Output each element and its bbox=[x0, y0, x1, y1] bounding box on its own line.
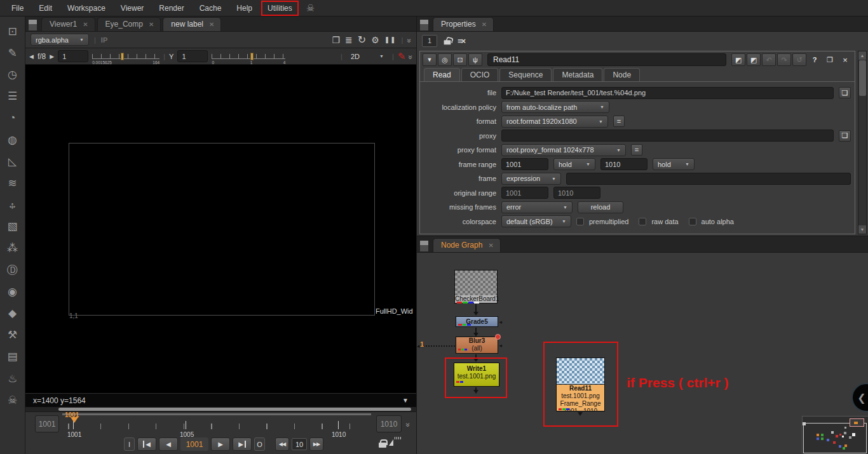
close-icon[interactable]: ✕ bbox=[488, 242, 493, 249]
missing-frames-dropdown[interactable]: error▼ bbox=[501, 201, 573, 213]
step-back-button[interactable]: ◀◀ bbox=[275, 437, 289, 451]
monitor-icon[interactable]: ⊡ bbox=[453, 53, 467, 66]
file-browse-button[interactable]: ❏ bbox=[839, 87, 851, 98]
menu-viewer[interactable]: Viewer bbox=[113, 1, 151, 16]
menu-help[interactable]: Help bbox=[229, 1, 260, 16]
proxy-path-input[interactable] bbox=[501, 130, 834, 142]
auto-alpha-checkbox[interactable] bbox=[689, 218, 696, 225]
format-dropdown[interactable]: root.format 1920x1080▼ bbox=[501, 116, 608, 128]
proxy-format-equals-button[interactable]: = bbox=[631, 144, 642, 156]
proxy-format-dropdown[interactable]: root.proxy_format 1024x778▼ bbox=[501, 144, 626, 156]
scrollbar-thumb[interactable] bbox=[859, 60, 866, 96]
node-name-input[interactable]: Read11 bbox=[487, 53, 726, 66]
scroll-down-icon[interactable]: ▼ bbox=[858, 225, 866, 234]
node-blur3[interactable]: Blur3 (all) ◂ bbox=[456, 337, 498, 354]
metadata-tool-button[interactable]: ◆ bbox=[2, 302, 24, 324]
node-color-icon[interactable]: ◎ bbox=[438, 53, 452, 66]
reload-button[interactable]: reload bbox=[578, 201, 623, 213]
3d-tool-button[interactable]: ▧ bbox=[2, 216, 24, 237]
menu-file[interactable]: File bbox=[4, 1, 31, 16]
localization-policy-dropdown[interactable]: from auto-localize path▼ bbox=[501, 101, 609, 113]
other-tool-button[interactable]: ⚒ bbox=[2, 324, 24, 346]
sync-icon[interactable]: ↻ bbox=[358, 36, 366, 44]
prev-keyframe-button[interactable]: ◀ bbox=[137, 437, 156, 451]
help-button[interactable]: ? bbox=[808, 53, 822, 66]
gamma-slider[interactable]: 014 bbox=[212, 52, 285, 61]
tab-read[interactable]: Read bbox=[424, 68, 460, 81]
float-panel-icon[interactable]: ❐ bbox=[823, 53, 837, 66]
playhead-marker[interactable] bbox=[71, 417, 78, 427]
set-in-button[interactable]: I bbox=[124, 437, 135, 451]
undo-icon[interactable]: ↶ bbox=[762, 53, 776, 66]
revert-icon[interactable]: ↺ bbox=[792, 53, 806, 66]
frame-expression-input[interactable] bbox=[566, 173, 851, 185]
node-read11[interactable]: Read11 test.1001.png Frame_Range 1001 - … bbox=[556, 357, 605, 411]
node-graph-canvas[interactable]: ◂ 1 CheckerBoard1 Grade5 ◂ Blur3 (all) ◂ bbox=[417, 253, 868, 454]
skull-menu-icon[interactable]: ☠ bbox=[306, 3, 315, 14]
wipe-pen-icon[interactable]: ✎ bbox=[398, 51, 406, 62]
roi-gear-icon[interactable]: ⚙ bbox=[371, 36, 379, 44]
menu-workspace[interactable]: Workspace bbox=[60, 1, 113, 16]
tab-sequence[interactable]: Sequence bbox=[499, 68, 552, 81]
tab-viewer1[interactable]: Viewer1✕ bbox=[41, 17, 95, 31]
gain-slider-thumb[interactable] bbox=[121, 53, 124, 60]
keyer-tool-button[interactable]: ◺ bbox=[2, 150, 24, 172]
pane-menu-icon[interactable] bbox=[420, 20, 428, 30]
filter-tool-button[interactable]: ◍ bbox=[2, 129, 24, 150]
proxy-browse-button[interactable]: ❏ bbox=[839, 130, 851, 142]
furnace-tool-button[interactable]: ♨ bbox=[2, 368, 24, 389]
frame-range-start-mode-dropdown[interactable]: hold▼ bbox=[553, 158, 595, 170]
scroll-up-icon[interactable]: ▲ bbox=[858, 51, 866, 60]
custom-tool-button[interactable]: ☠ bbox=[2, 389, 24, 411]
pane-menu-icon[interactable] bbox=[29, 20, 37, 30]
timeline-scroll-strip[interactable] bbox=[62, 413, 371, 415]
close-all-panels-icon[interactable]: ≡× bbox=[458, 36, 465, 46]
menu-render[interactable]: Render bbox=[151, 1, 191, 16]
frame-mode-dropdown[interactable]: expression▼ bbox=[501, 173, 561, 185]
play-backward-button[interactable]: ◀ bbox=[159, 437, 178, 451]
draw-tool-button[interactable]: ✎ bbox=[2, 42, 24, 63]
split-layout-icon[interactable]: ◩ bbox=[747, 53, 761, 66]
file-path-input[interactable]: F:/Nuke_test Render/test_001/test.%04d.p… bbox=[501, 87, 834, 99]
status-dropdown-icon[interactable]: ▼ bbox=[402, 397, 409, 404]
viewer-horizontal-scrollbar[interactable] bbox=[25, 407, 416, 411]
max-panels-input[interactable]: 1 bbox=[422, 35, 437, 47]
step-forward-button[interactable]: ▶▶ bbox=[309, 437, 323, 451]
split-layout-icon[interactable]: ◩ bbox=[731, 53, 745, 66]
tab-ocio[interactable]: OCIO bbox=[461, 68, 499, 81]
frame-range-end-mode-dropdown[interactable]: hold▼ bbox=[653, 158, 695, 170]
merge-tool-button[interactable]: ≋ bbox=[2, 172, 24, 194]
node-write1[interactable]: Write1 test.1001.png bbox=[454, 363, 499, 387]
view-mode-dropdown[interactable]: 2D▼ bbox=[346, 50, 388, 62]
transform-tool-button[interactable]: ↔↕ bbox=[2, 194, 24, 216]
tab-node-graph[interactable]: Node Graph✕ bbox=[433, 238, 501, 252]
play-forward-button[interactable]: ▶ bbox=[211, 437, 230, 451]
tab-properties[interactable]: Properties✕ bbox=[433, 17, 494, 31]
channel-tool-button[interactable]: ☰ bbox=[2, 86, 24, 107]
original-range-start[interactable]: 1001 bbox=[501, 187, 548, 199]
close-icon[interactable]: ✕ bbox=[83, 21, 88, 28]
collapse-triangle-icon[interactable]: ▼ bbox=[423, 53, 437, 66]
wrench-icon[interactable]: ψ bbox=[468, 53, 482, 66]
tab-node[interactable]: Node bbox=[604, 68, 640, 81]
frame-step-input[interactable]: 10 bbox=[292, 438, 307, 450]
range-start-input[interactable]: 1001 bbox=[35, 415, 59, 432]
properties-scrollbar[interactable]: ▲ ▼ bbox=[858, 51, 867, 234]
particles-tool-button[interactable]: ⁂ bbox=[2, 237, 24, 259]
tab-metadata[interactable]: Metadata bbox=[553, 68, 602, 81]
channel-select-dropdown[interactable]: rgba.alpha▼ bbox=[31, 34, 89, 46]
gain-slider[interactable]: 0.0015625164 bbox=[92, 52, 159, 61]
image-tool-button[interactable]: ⊡ bbox=[2, 20, 24, 42]
views-tool-button[interactable]: ◉ bbox=[2, 281, 24, 302]
time-tool-button[interactable]: ◷ bbox=[2, 63, 24, 85]
deep-tool-button[interactable]: Ⓓ bbox=[2, 259, 24, 281]
node-grade5[interactable]: Grade5 ◂ bbox=[456, 316, 498, 327]
raw-data-checkbox[interactable] bbox=[639, 218, 646, 225]
more-tools-chevron-icon[interactable]: » bbox=[405, 38, 414, 41]
range-end-input[interactable]: 1010 bbox=[376, 415, 402, 432]
frame-range-start-input[interactable]: 1001 bbox=[501, 158, 548, 170]
toolsets-button[interactable]: ▤ bbox=[2, 346, 24, 368]
gain-input[interactable]: 1 bbox=[58, 50, 88, 62]
gamma-slider-thumb[interactable] bbox=[250, 53, 254, 60]
ip-toggle[interactable]: IP bbox=[101, 36, 107, 44]
